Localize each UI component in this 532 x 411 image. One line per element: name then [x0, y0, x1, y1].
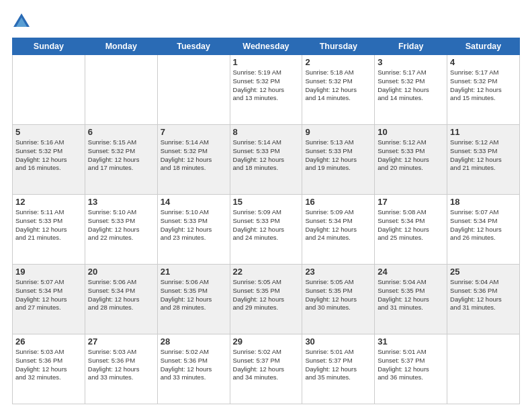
- day-number: 31: [378, 336, 444, 347]
- logo-icon: [12, 12, 31, 31]
- day-info: Sunrise: 5:16 AMSunset: 5:32 PMDaylight:…: [15, 138, 82, 173]
- page: SundayMondayTuesdayWednesdayThursdayFrid…: [0, 0, 532, 411]
- day-info: Sunrise: 5:06 AMSunset: 5:35 PMDaylight:…: [161, 278, 227, 312]
- calendar-cell: 27Sunrise: 5:03 AMSunset: 5:36 PMDayligh…: [85, 334, 157, 404]
- day-number: 3: [378, 57, 444, 67]
- day-info: Sunrise: 5:02 AMSunset: 5:36 PMDaylight:…: [161, 348, 227, 382]
- day-number: 7: [161, 127, 227, 137]
- day-number: 27: [88, 336, 154, 347]
- day-number: 5: [15, 127, 82, 137]
- day-info: Sunrise: 5:17 AMSunset: 5:32 PMDaylight:…: [450, 68, 517, 103]
- day-info: Sunrise: 5:08 AMSunset: 5:34 PMDaylight:…: [378, 208, 444, 242]
- calendar-cell: 3Sunrise: 5:17 AMSunset: 5:32 PMDaylight…: [375, 55, 447, 125]
- calendar-cell: 23Sunrise: 5:05 AMSunset: 5:35 PMDayligh…: [302, 265, 375, 334]
- day-info: Sunrise: 5:02 AMSunset: 5:37 PMDaylight:…: [233, 348, 300, 382]
- calendar-cell: 28Sunrise: 5:02 AMSunset: 5:36 PMDayligh…: [157, 334, 230, 404]
- day-info: Sunrise: 5:13 AMSunset: 5:33 PMDaylight:…: [305, 138, 371, 173]
- calendar-cell: 7Sunrise: 5:14 AMSunset: 5:32 PMDaylight…: [157, 125, 230, 195]
- day-number: 28: [161, 336, 227, 347]
- calendar-cell: 5Sunrise: 5:16 AMSunset: 5:32 PMDaylight…: [13, 125, 85, 195]
- calendar-week-row: 19Sunrise: 5:07 AMSunset: 5:34 PMDayligh…: [13, 265, 520, 334]
- day-number: 18: [450, 197, 517, 207]
- day-info: Sunrise: 5:14 AMSunset: 5:32 PMDaylight:…: [161, 138, 227, 173]
- calendar-week-row: 5Sunrise: 5:16 AMSunset: 5:32 PMDaylight…: [13, 125, 520, 195]
- day-info: Sunrise: 5:19 AMSunset: 5:32 PMDaylight:…: [233, 68, 300, 103]
- day-number: 10: [378, 127, 444, 137]
- day-info: Sunrise: 5:12 AMSunset: 5:33 PMDaylight:…: [378, 138, 444, 173]
- day-number: 8: [233, 127, 300, 137]
- calendar: SundayMondayTuesdayWednesdayThursdayFrid…: [12, 38, 520, 404]
- day-info: Sunrise: 5:10 AMSunset: 5:33 PMDaylight:…: [161, 208, 227, 242]
- calendar-cell: [447, 334, 520, 404]
- calendar-cell: 6Sunrise: 5:15 AMSunset: 5:32 PMDaylight…: [85, 125, 157, 195]
- calendar-cell: 9Sunrise: 5:13 AMSunset: 5:33 PMDaylight…: [302, 125, 375, 195]
- day-info: Sunrise: 5:07 AMSunset: 5:34 PMDaylight:…: [450, 208, 517, 242]
- day-info: Sunrise: 5:01 AMSunset: 5:37 PMDaylight:…: [305, 348, 371, 382]
- day-info: Sunrise: 5:15 AMSunset: 5:32 PMDaylight:…: [88, 138, 154, 173]
- calendar-cell: 29Sunrise: 5:02 AMSunset: 5:37 PMDayligh…: [230, 334, 302, 404]
- day-number: 19: [15, 267, 82, 277]
- calendar-week-row: 1Sunrise: 5:19 AMSunset: 5:32 PMDaylight…: [13, 55, 520, 125]
- calendar-cell: 14Sunrise: 5:10 AMSunset: 5:33 PMDayligh…: [157, 195, 230, 265]
- day-number: 20: [88, 267, 154, 277]
- day-info: Sunrise: 5:05 AMSunset: 5:35 PMDaylight:…: [233, 278, 300, 312]
- calendar-cell: 1Sunrise: 5:19 AMSunset: 5:32 PMDaylight…: [230, 55, 302, 125]
- day-info: Sunrise: 5:01 AMSunset: 5:37 PMDaylight:…: [378, 348, 444, 382]
- calendar-cell: 20Sunrise: 5:06 AMSunset: 5:34 PMDayligh…: [85, 265, 157, 334]
- day-number: 16: [305, 197, 371, 207]
- calendar-cell: 18Sunrise: 5:07 AMSunset: 5:34 PMDayligh…: [447, 195, 520, 265]
- day-info: Sunrise: 5:12 AMSunset: 5:33 PMDaylight:…: [450, 138, 517, 173]
- day-number: 2: [305, 57, 371, 67]
- calendar-cell: 21Sunrise: 5:06 AMSunset: 5:35 PMDayligh…: [157, 265, 230, 334]
- calendar-cell: 13Sunrise: 5:10 AMSunset: 5:33 PMDayligh…: [85, 195, 157, 265]
- calendar-cell: 12Sunrise: 5:11 AMSunset: 5:33 PMDayligh…: [13, 195, 85, 265]
- calendar-cell: 8Sunrise: 5:14 AMSunset: 5:33 PMDaylight…: [230, 125, 302, 195]
- day-number: 6: [88, 127, 154, 137]
- day-info: Sunrise: 5:05 AMSunset: 5:35 PMDaylight:…: [305, 278, 371, 312]
- day-info: Sunrise: 5:14 AMSunset: 5:33 PMDaylight:…: [233, 138, 300, 173]
- calendar-cell: 22Sunrise: 5:05 AMSunset: 5:35 PMDayligh…: [230, 265, 302, 334]
- header: [12, 12, 520, 31]
- calendar-cell: 4Sunrise: 5:17 AMSunset: 5:32 PMDaylight…: [447, 55, 520, 125]
- day-info: Sunrise: 5:06 AMSunset: 5:34 PMDaylight:…: [88, 278, 154, 312]
- day-number: 13: [88, 197, 154, 207]
- day-info: Sunrise: 5:09 AMSunset: 5:34 PMDaylight:…: [305, 208, 371, 242]
- day-info: Sunrise: 5:11 AMSunset: 5:33 PMDaylight:…: [15, 208, 82, 242]
- weekday-header-cell: Sunday: [13, 38, 85, 55]
- weekday-header-cell: Wednesday: [230, 38, 302, 55]
- day-info: Sunrise: 5:04 AMSunset: 5:35 PMDaylight:…: [378, 278, 444, 312]
- day-number: 29: [233, 336, 300, 347]
- calendar-cell: 25Sunrise: 5:04 AMSunset: 5:36 PMDayligh…: [447, 265, 520, 334]
- calendar-cell: 26Sunrise: 5:03 AMSunset: 5:36 PMDayligh…: [13, 334, 85, 404]
- day-number: 1: [233, 57, 300, 67]
- logo: [12, 12, 34, 31]
- calendar-cell: 2Sunrise: 5:18 AMSunset: 5:32 PMDaylight…: [302, 55, 375, 125]
- weekday-header-cell: Friday: [375, 38, 447, 55]
- weekday-header-cell: Monday: [85, 38, 157, 55]
- day-number: 26: [15, 336, 82, 347]
- day-number: 12: [15, 197, 82, 207]
- day-info: Sunrise: 5:03 AMSunset: 5:36 PMDaylight:…: [88, 348, 154, 382]
- calendar-cell: 10Sunrise: 5:12 AMSunset: 5:33 PMDayligh…: [375, 125, 447, 195]
- calendar-week-row: 26Sunrise: 5:03 AMSunset: 5:36 PMDayligh…: [13, 334, 520, 404]
- calendar-cell: 17Sunrise: 5:08 AMSunset: 5:34 PMDayligh…: [375, 195, 447, 265]
- day-info: Sunrise: 5:17 AMSunset: 5:32 PMDaylight:…: [378, 68, 444, 103]
- day-info: Sunrise: 5:03 AMSunset: 5:36 PMDaylight:…: [15, 348, 82, 382]
- calendar-cell: 30Sunrise: 5:01 AMSunset: 5:37 PMDayligh…: [302, 334, 375, 404]
- day-number: 24: [378, 267, 444, 277]
- calendar-cell: [13, 55, 85, 125]
- weekday-header-cell: Thursday: [302, 38, 375, 55]
- day-info: Sunrise: 5:04 AMSunset: 5:36 PMDaylight:…: [450, 278, 517, 312]
- day-number: 21: [161, 267, 227, 277]
- day-number: 23: [305, 267, 371, 277]
- day-number: 15: [233, 197, 300, 207]
- calendar-cell: [85, 55, 157, 125]
- calendar-cell: 15Sunrise: 5:09 AMSunset: 5:33 PMDayligh…: [230, 195, 302, 265]
- day-info: Sunrise: 5:07 AMSunset: 5:34 PMDaylight:…: [15, 278, 82, 312]
- day-number: 9: [305, 127, 371, 137]
- weekday-header-row: SundayMondayTuesdayWednesdayThursdayFrid…: [13, 38, 520, 55]
- weekday-header-cell: Tuesday: [157, 38, 230, 55]
- day-info: Sunrise: 5:10 AMSunset: 5:33 PMDaylight:…: [88, 208, 154, 242]
- calendar-body: 1Sunrise: 5:19 AMSunset: 5:32 PMDaylight…: [13, 55, 520, 404]
- day-number: 4: [450, 57, 517, 67]
